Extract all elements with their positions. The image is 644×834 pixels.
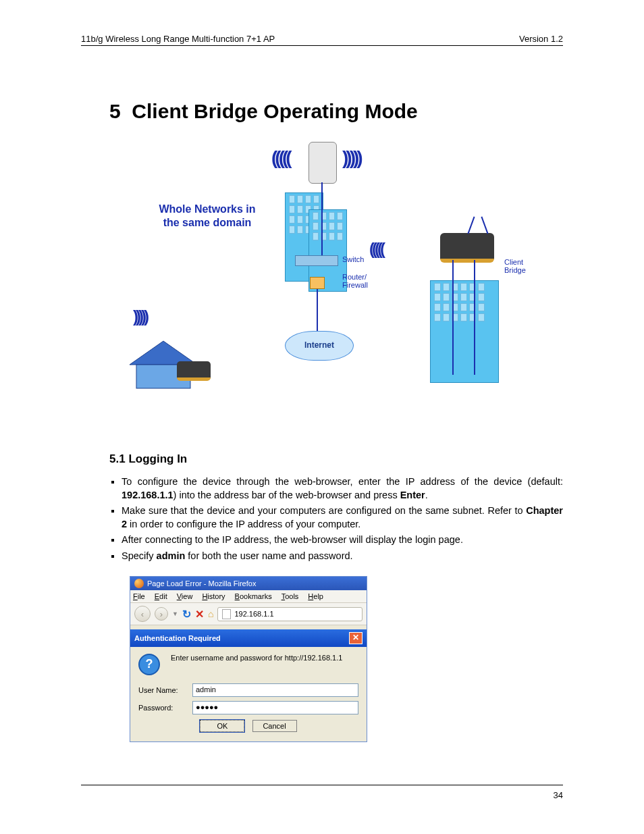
auth-dialog-title: Authentication Required bbox=[134, 634, 221, 642]
list-item: To configure the device through the web-… bbox=[122, 475, 563, 502]
menu-edit[interactable]: Edit bbox=[155, 592, 167, 600]
list-item: Specify admin for both the user name and… bbox=[122, 550, 563, 563]
router-label: Router/ Firewall bbox=[342, 273, 368, 289]
internet-cloud-icon: Internet bbox=[285, 331, 354, 361]
password-input[interactable]: ●●●●● bbox=[192, 701, 358, 714]
header-right: Version 1.2 bbox=[519, 34, 563, 44]
wifi-waves-icon: ((((( bbox=[271, 147, 290, 169]
reload-icon[interactable]: ↻ bbox=[182, 608, 191, 621]
network-diagram: ((((( ))))) Whole Networks in the same d… bbox=[113, 135, 531, 405]
antenna-icon bbox=[467, 216, 475, 234]
question-icon: ? bbox=[138, 654, 160, 675]
address-bar[interactable]: 192.168.1.1 bbox=[217, 607, 363, 621]
section-number: 5.1 bbox=[109, 452, 126, 465]
username-input[interactable]: admin bbox=[192, 683, 358, 697]
auth-dialog-titlebar: Authentication Required ✕ bbox=[130, 629, 367, 647]
menu-tools[interactable]: Tools bbox=[281, 592, 299, 600]
instruction-list: To configure the device through the web-… bbox=[122, 475, 563, 563]
wifi-waves-icon: ))))) bbox=[342, 147, 360, 169]
page-header: 11b/g Wireless Long Range Multi-function… bbox=[81, 34, 563, 46]
menu-history[interactable]: History bbox=[202, 592, 225, 600]
antenna-icon bbox=[481, 216, 488, 234]
section-title: Logging In bbox=[128, 452, 187, 465]
auth-dialog: Authentication Required ✕ ? Enter userna… bbox=[130, 629, 367, 741]
network-line bbox=[474, 260, 475, 375]
internet-label: Internet bbox=[304, 340, 334, 350]
access-point-icon bbox=[308, 142, 337, 184]
section-heading: 5.1 Logging In bbox=[109, 452, 563, 466]
firefox-icon bbox=[134, 579, 144, 588]
url-text: 192.168.1.1 bbox=[234, 610, 273, 618]
forward-button[interactable]: › bbox=[155, 607, 168, 621]
password-label: Password: bbox=[138, 704, 192, 712]
document-page: 11b/g Wireless Long Range Multi-function… bbox=[0, 0, 644, 834]
home-icon[interactable]: ⌂ bbox=[208, 608, 213, 619]
switch-label: Switch bbox=[342, 255, 364, 263]
caption-line: Whole Networks in bbox=[159, 203, 255, 215]
network-line bbox=[321, 182, 323, 255]
chapter-title: Client Bridge Operating Mode bbox=[132, 100, 417, 122]
client-bridge-label: Client Bridge bbox=[504, 258, 526, 274]
router-icon bbox=[310, 277, 325, 289]
list-item: After connecting to the IP address, the … bbox=[122, 533, 563, 547]
network-line bbox=[452, 260, 454, 375]
browser-titlebar: Page Load Error - Mozilla Firefox bbox=[130, 577, 367, 590]
list-item: Make sure that the device and your compu… bbox=[122, 504, 563, 531]
stop-icon[interactable]: ✕ bbox=[195, 608, 204, 621]
menu-file[interactable]: File bbox=[133, 592, 145, 600]
footer-rule bbox=[81, 785, 563, 785]
browser-toolbar: ‹ › ▼ ↻ ✕ ⌂ 192.168.1.1 bbox=[130, 603, 367, 625]
switch-icon bbox=[295, 255, 338, 266]
close-button[interactable]: ✕ bbox=[349, 632, 363, 644]
auth-message: Enter username and password for http://1… bbox=[171, 654, 342, 662]
menu-help[interactable]: Help bbox=[308, 592, 323, 600]
browser-window-screenshot: Page Load Error - Mozilla Firefox File E… bbox=[130, 576, 367, 742]
building-icon bbox=[430, 280, 499, 383]
chapter-number: 5 bbox=[109, 100, 121, 122]
wifi-waves-icon: ))))) bbox=[133, 307, 146, 326]
wifi-waves-icon: ((((( bbox=[369, 240, 383, 259]
network-line bbox=[317, 289, 318, 331]
browser-title-text: Page Load Error - Mozilla Firefox bbox=[147, 579, 256, 588]
back-button[interactable]: ‹ bbox=[134, 606, 151, 622]
username-label: User Name: bbox=[138, 686, 192, 694]
page-number: 34 bbox=[554, 790, 563, 800]
dropdown-arrow-icon[interactable]: ▼ bbox=[172, 610, 178, 617]
caption-line: the same domain bbox=[163, 217, 252, 228]
client-bridge-router-icon bbox=[440, 233, 494, 263]
home-router-icon bbox=[177, 361, 211, 381]
page-icon bbox=[222, 609, 231, 619]
menu-bookmarks[interactable]: Bookmarks bbox=[235, 592, 272, 600]
ok-button[interactable]: OK bbox=[200, 720, 244, 732]
cancel-button[interactable]: Cancel bbox=[252, 720, 297, 732]
auth-dialog-body: ? Enter username and password for http:/… bbox=[130, 647, 367, 741]
header-left: 11b/g Wireless Long Range Multi-function… bbox=[81, 34, 275, 44]
diagram-caption: Whole Networks in the same domain bbox=[143, 203, 271, 230]
menu-view[interactable]: View bbox=[177, 592, 193, 600]
browser-menubar: File Edit View History Bookmarks Tools H… bbox=[130, 590, 367, 603]
chapter-heading: 5 Client Bridge Operating Mode bbox=[109, 100, 563, 123]
